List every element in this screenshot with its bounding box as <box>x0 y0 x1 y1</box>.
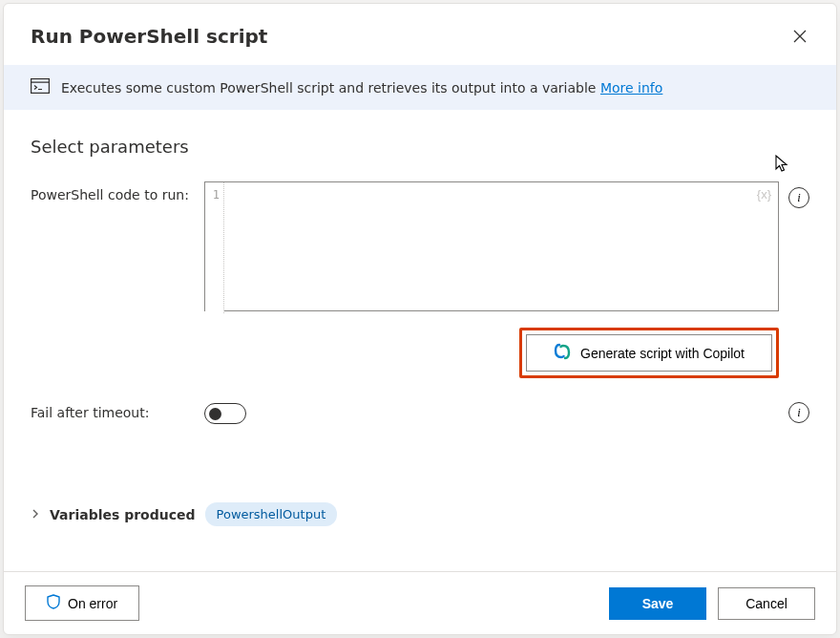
more-info-link[interactable]: More info <box>600 80 662 96</box>
copilot-icon <box>554 343 571 363</box>
variables-produced-label: Variables produced <box>50 507 196 522</box>
variable-badge[interactable]: PowershellOutput <box>205 502 338 526</box>
generate-script-with-copilot-button[interactable]: Generate script with Copilot <box>526 334 772 372</box>
chevron-right-icon <box>31 506 40 521</box>
code-label: PowerShell code to run: <box>31 181 195 202</box>
section-title: Select parameters <box>31 137 809 157</box>
footer-actions: Save Cancel <box>609 587 815 620</box>
highlight-box: Generate script with Copilot <box>519 328 779 378</box>
toggle-thumb <box>209 408 221 420</box>
on-error-button[interactable]: On error <box>25 585 139 621</box>
info-bar: Executes some custom PowerShell script a… <box>4 65 836 110</box>
timeout-row: Fail after timeout: i <box>31 401 809 424</box>
code-editor-wrap: 1 {x} <box>204 181 779 314</box>
close-icon <box>793 30 807 43</box>
code-help-button[interactable]: i <box>788 187 809 208</box>
dialog-body: Select parameters PowerShell code to run… <box>4 110 836 571</box>
timeout-help-button[interactable]: i <box>788 402 809 423</box>
dialog-title: Run PowerShell script <box>31 25 267 48</box>
save-button[interactable]: Save <box>609 587 706 620</box>
script-icon <box>31 78 50 96</box>
svg-rect-0 <box>32 79 50 94</box>
code-row: PowerShell code to run: 1 {x} i <box>31 181 809 314</box>
powershell-code-input[interactable] <box>204 181 779 311</box>
fail-after-timeout-toggle[interactable] <box>204 403 246 424</box>
info-text: Executes some custom PowerShell script a… <box>61 80 662 96</box>
dialog-header: Run PowerShell script <box>4 4 836 65</box>
shield-icon <box>47 594 60 612</box>
variables-produced-row[interactable]: Variables produced PowershellOutput <box>31 502 809 526</box>
timeout-label: Fail after timeout: <box>31 405 195 420</box>
cancel-button[interactable]: Cancel <box>718 587 815 620</box>
copilot-row: Generate script with Copilot <box>31 328 779 378</box>
close-button[interactable] <box>785 21 815 52</box>
on-error-label: On error <box>68 596 117 611</box>
copilot-button-label: Generate script with Copilot <box>580 346 745 361</box>
dialog-run-powershell-script: Run PowerShell script Executes some cust… <box>3 3 837 635</box>
dialog-footer: On error Save Cancel <box>4 571 836 634</box>
